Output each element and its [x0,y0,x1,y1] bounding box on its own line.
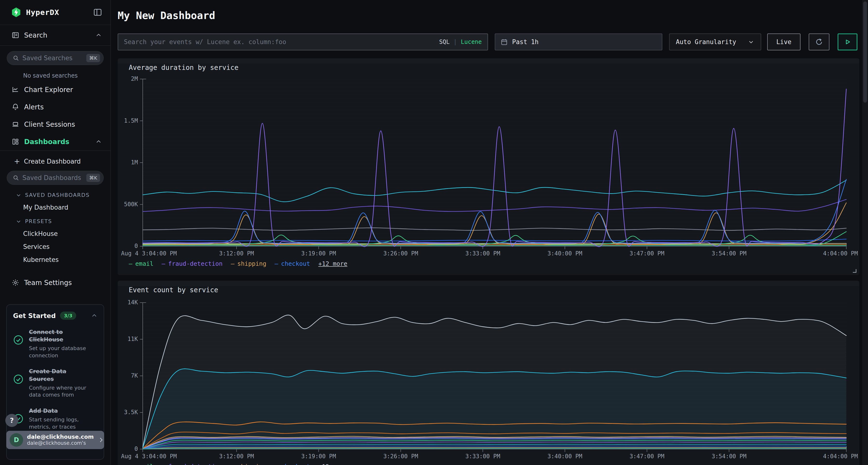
avatar: D [10,433,23,447]
sidebar-collapse-icon[interactable] [93,8,102,17]
saved-searches-placeholder: Saved Searches [23,55,72,62]
live-button[interactable]: Live [767,33,801,51]
sidebar-item-preset-clickhouse[interactable]: ClickHouse [0,224,111,237]
sidebar-item-preset-kubernetes[interactable]: Kubernetes [0,250,111,263]
time-range-picker[interactable]: Past 1h [495,33,662,51]
app-title: HyperDX [26,8,59,16]
legend-swatch: — [129,260,132,267]
create-dashboard-button[interactable]: + Create Dashboard [0,151,111,166]
y-axis-tick-label: 1.5M [106,117,138,124]
chart-panel-avg-duration: Average duration by service 0500K1M1.5M2… [118,58,859,275]
sidebar-item-client-sessions[interactable]: Client Sessions [0,115,111,133]
legend-item-fraud-detection[interactable]: —fraud-detection [161,260,222,267]
chart-legend: —email—fraud-detection—shipping—checkout… [129,260,347,267]
get-started-item-title: Add Data [29,407,87,414]
chevron-down-icon [16,219,21,224]
sql-mode-toggle[interactable]: SQL [439,38,450,45]
saved-dashboards-group-header[interactable]: SAVED DASHBOARDS [0,185,111,198]
series-line-checkout [143,179,846,243]
series-line-fraud-detection [143,89,846,247]
y-axis-tick-label: 7K [106,372,138,379]
scrollbar[interactable] [862,0,868,465]
scrollbar-thumb[interactable] [863,1,867,103]
y-axis-tick-label: 2M [106,75,138,82]
presets-group-header[interactable]: PRESETS [0,211,111,224]
lucene-mode-toggle[interactable]: Lucene [461,38,482,45]
saved-dashboards-input[interactable]: Saved Dashboards ⌘K [7,171,104,185]
get-started-item[interactable]: Connect to ClickHouseSet up your databas… [13,328,97,359]
chart-legend: —email—fraud-detection—shipping—checkout… [129,463,347,465]
legend-item-fraud-detection[interactable]: —fraud-detection [161,463,222,465]
chart-title: Average duration by service [129,64,239,72]
sidebar-item-search[interactable]: Search [0,25,111,45]
bell-icon [11,103,19,111]
user-menu[interactable]: D dale@clickhouse.com dale@clickhouse.co… [6,431,104,449]
sidebar: HyperDX Search Saved Searches ⌘K No save… [0,0,111,465]
shortcut-badge: ⌘K [86,54,100,62]
get-started-item[interactable]: Create Data SourcesConfigure where your … [13,368,97,398]
calendar-icon [500,38,508,45]
refresh-button[interactable] [809,33,830,51]
legend-swatch: — [231,463,235,465]
legend-more-link[interactable]: +12 more [318,260,347,267]
chart-panel-event-count: Event count by service 03.5K7K11K14KAug … [118,281,859,465]
get-started-item-texts: Connect to ClickHouseSet up your databas… [29,328,87,359]
get-started-item-title: Create Data Sources [29,368,87,383]
time-range-value: Past 1h [512,38,539,45]
legend-item-checkout[interactable]: —checkout [275,463,310,465]
sidebar-item-label: Chart Explorer [24,86,73,94]
legend-item-shipping[interactable]: —shipping [231,463,266,465]
sidebar-item-label: Search [24,31,47,39]
sidebar-item-dashboards[interactable]: Dashboards [0,133,111,150]
logo-row: HyperDX [0,0,111,25]
sidebar-item-alerts[interactable]: Alerts [0,98,111,115]
chevron-up-icon[interactable] [95,32,102,38]
x-axis-tick-label: 4:04:00 PM [756,453,858,460]
check-circle-icon [13,335,24,359]
group-header-label: SAVED DASHBOARDS [25,192,90,198]
plus-icon: + [14,157,20,166]
legend-swatch: — [231,260,235,267]
legend-item-checkout[interactable]: —checkout [275,260,310,267]
series-line-shipping [143,203,846,244]
x-axis-tick-label: 4:04:00 PM [756,250,858,257]
legend-more-link[interactable]: +12 more [318,463,347,465]
run-query-button[interactable] [838,33,858,51]
chart-title: Event count by service [129,286,218,294]
get-started-items: Connect to ClickHouseSet up your databas… [13,328,97,430]
shortcut-badge: ⌘K [86,174,100,182]
chevron-up-icon[interactable] [91,312,97,319]
event-search-input[interactable]: Search your events w/ Lucene ex. column:… [118,33,488,51]
get-started-item-subtitle: Start sending logs, metrics, or traces [29,416,87,430]
sidebar-item-chart-explorer[interactable]: Chart Explorer [0,81,111,98]
user-team: dale@clickhouse.com's [27,440,94,446]
chart-canvas[interactable] [138,299,856,457]
chevron-up-icon[interactable] [95,138,102,145]
panel-resize-handle[interactable] [853,269,857,273]
granularity-select[interactable]: Auto Granularity [669,33,761,51]
help-button[interactable]: ? [5,414,18,427]
chevron-down-icon [16,193,21,198]
sidebar-item-team-settings[interactable]: Team Settings [0,274,111,291]
legend-item-email[interactable]: —email [129,260,153,267]
y-axis-tick-label: 3.5K [106,409,138,416]
get-started-item-title: Connect to ClickHouse [29,328,87,343]
group-header-label: PRESETS [25,218,52,224]
legend-swatch: — [161,260,165,267]
saved-dashboards-placeholder: Saved Dashboards [23,174,81,181]
saved-searches-input[interactable]: Saved Searches ⌘K [7,51,104,65]
y-axis-tick-label: 14K [106,299,138,306]
search-icon [13,175,19,181]
y-axis-tick-label: 11K [106,336,138,342]
legend-label: fraud-detection [168,463,222,465]
sidebar-item-my-dashboard[interactable]: My Dashboard [0,198,111,211]
get-started-item[interactable]: Add DataStart sending logs, metrics, or … [13,407,97,430]
y-axis-tick-label: 0 [106,243,138,250]
legend-item-email[interactable]: —email [129,463,153,465]
legend-label: shipping [237,260,266,267]
live-label: Live [776,38,792,45]
legend-label: checkout [281,260,310,267]
sidebar-item-preset-services[interactable]: Services [0,237,111,250]
legend-item-shipping[interactable]: —shipping [231,260,266,267]
chart-canvas[interactable] [138,76,856,254]
